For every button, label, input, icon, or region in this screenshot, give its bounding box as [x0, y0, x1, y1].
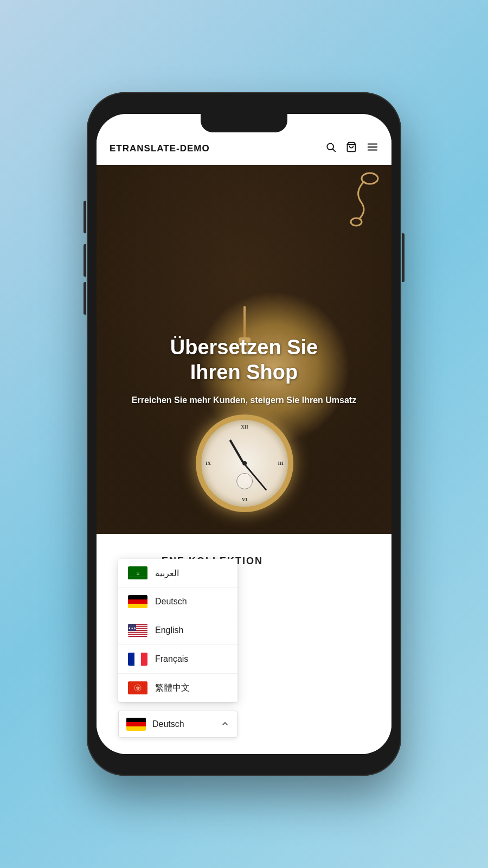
lang-name-english: English: [155, 626, 183, 635]
svg-point-7: [351, 218, 362, 226]
svg-rect-55: [128, 632, 147, 633]
chain-decoration: [337, 170, 381, 235]
phone-screen: ETRANSLATE-DEMO: [97, 114, 391, 754]
lang-item-english[interactable]: ★★★ English: [118, 616, 237, 645]
search-icon[interactable]: [325, 142, 336, 155]
language-dropdown[interactable]: ⚔ العربية Deutsch: [118, 559, 237, 702]
lang-item-arabic[interactable]: ⚔ العربية: [118, 559, 237, 588]
lang-item-french[interactable]: Français: [118, 645, 237, 674]
flag-us: ★★★: [128, 624, 147, 637]
phone-frame: ETRANSLATE-DEMO: [87, 92, 401, 776]
svg-text:★★★: ★★★: [128, 627, 136, 630]
current-language-bar[interactable]: Deutsch: [118, 711, 237, 738]
flag-french: [128, 653, 147, 666]
chevron-up-icon[interactable]: [221, 719, 229, 730]
current-flag: [126, 718, 146, 731]
svg-rect-62: [128, 653, 134, 666]
lang-name-chinese: 繁體中文: [155, 682, 190, 694]
app-logo: ETRANSLATE-DEMO: [110, 143, 210, 154]
cart-icon[interactable]: [346, 142, 357, 155]
svg-text:⚔: ⚔: [136, 571, 140, 576]
svg-rect-68: [126, 718, 146, 722]
svg-rect-70: [126, 726, 146, 731]
svg-rect-54: [128, 631, 147, 632]
hero-text-block: Übersetzen Sie Ihren Shop Erreichen Sie …: [132, 335, 356, 406]
svg-rect-63: [134, 653, 141, 666]
header-icons: [325, 141, 378, 156]
pocket-watch: XII III VI IX: [196, 414, 293, 512]
svg-rect-57: [128, 634, 147, 635]
svg-rect-56: [128, 633, 147, 634]
flag-saudi: ⚔: [128, 566, 147, 579]
hero-subtitle: Erreichen Sie mehr Kunden, steigern Sie …: [132, 394, 356, 407]
svg-rect-64: [141, 653, 147, 666]
lang-name-french: Français: [155, 654, 188, 664]
hero-section: XII III VI IX: [97, 165, 391, 534]
svg-rect-43: [128, 595, 147, 599]
svg-rect-41: [128, 577, 147, 579]
lang-item-chinese[interactable]: ✿ 繁體中文: [118, 674, 237, 702]
lang-item-german[interactable]: Deutsch: [118, 588, 237, 616]
svg-rect-44: [128, 599, 147, 604]
phone-notch: [201, 114, 287, 132]
svg-rect-69: [126, 722, 146, 726]
svg-rect-59: [128, 636, 147, 637]
app-header: ETRANSLATE-DEMO: [97, 132, 391, 165]
hero-title: Übersetzen Sie Ihren Shop: [132, 335, 356, 385]
flag-hongkong: ✿: [128, 681, 147, 694]
svg-line-1: [333, 149, 336, 152]
menu-icon[interactable]: [367, 141, 378, 156]
svg-rect-58: [128, 635, 147, 636]
svg-rect-45: [128, 604, 147, 608]
svg-rect-42: [128, 577, 147, 578]
flag-german: [128, 595, 147, 608]
lang-name-german: Deutsch: [155, 597, 187, 607]
current-lang-name: Deutsch: [152, 719, 184, 729]
svg-text:✿: ✿: [136, 686, 140, 691]
lang-name-arabic: العربية: [155, 568, 179, 578]
